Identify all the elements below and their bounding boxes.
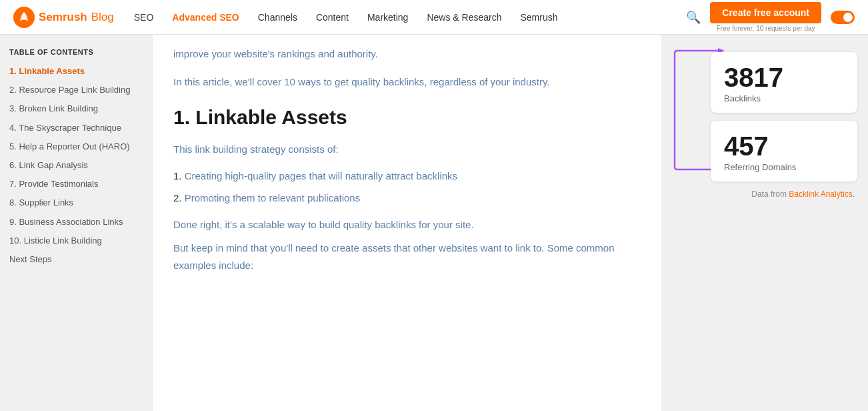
backlinks-number: 3817	[724, 64, 844, 91]
section-list: Creating high-quality pages that will na…	[173, 167, 641, 207]
list-item-1: Creating high-quality pages that will na…	[173, 167, 641, 185]
referring-domains-card: 457 Referring Domains	[711, 121, 857, 181]
section-heading: 1. Linkable Assets	[173, 106, 641, 129]
backlinks-label: Backlinks	[724, 93, 844, 103]
create-account-button[interactable]: Create free account	[710, 2, 821, 23]
nav-content[interactable]: Content	[316, 12, 349, 23]
toc-title: TABLE OF CONTENTS	[9, 48, 144, 56]
toc-item-4[interactable]: 4. The Skyscraper Technique	[9, 122, 144, 134]
domains-number: 457	[724, 133, 844, 159]
toc-item-3[interactable]: 3. Broken Link Building	[9, 103, 144, 115]
logo-suffix: Blog	[91, 11, 114, 24]
nav-seo[interactable]: SEO	[134, 12, 154, 23]
data-source: Data from Backlink Analytics.	[711, 189, 857, 199]
search-button[interactable]: 🔍	[686, 10, 701, 25]
toc-item-6[interactable]: 6. Link Gap Analysis	[9, 159, 144, 171]
backlink-analytics-link[interactable]: Backlink Analytics	[789, 189, 852, 199]
semrush-logo-icon	[13, 7, 35, 28]
toc-item-5[interactable]: 5. Help a Reporter Out (HARO)	[9, 141, 144, 153]
toc-item-10[interactable]: 10. Listicle Link Building	[9, 235, 144, 247]
data-source-suffix: .	[853, 189, 855, 199]
toc-item-2[interactable]: 2. Resource Page Link Building	[9, 84, 144, 96]
stats-container: 3817 Backlinks 457 Referring Domains Dat…	[711, 52, 857, 199]
list-item-2: Promoting them to relevant publications	[173, 189, 641, 207]
toc-item-8[interactable]: 8. Supplier Links	[9, 197, 144, 209]
theme-toggle[interactable]	[831, 11, 855, 24]
data-source-text: Data from	[751, 189, 787, 199]
nav-marketing[interactable]: Marketing	[367, 12, 408, 23]
nav-news-research[interactable]: News & Research	[427, 12, 501, 23]
toc-item-7[interactable]: 7. Provide Testimonials	[9, 178, 144, 190]
free-text: Free forever, 10 requests per day	[710, 25, 821, 32]
intro-text-1: improve your website's rankings and auth…	[173, 35, 641, 63]
nav-advanced-seo[interactable]: Advanced SEO	[172, 12, 239, 23]
logo[interactable]: Semrush Blog	[13, 7, 114, 28]
article-content: improve your website's rankings and auth…	[153, 35, 661, 411]
domains-label: Referring Domains	[724, 162, 844, 172]
toc-item-1[interactable]: 1. Linkable Assets	[9, 65, 144, 77]
main-nav: SEO Advanced SEO Channels Content Market…	[134, 12, 687, 23]
site-header: Semrush Blog SEO Advanced SEO Channels C…	[0, 0, 868, 35]
intro-text-2: In this article, we'll cover 10 ways to …	[173, 73, 641, 91]
main-layout: TABLE OF CONTENTS 1. Linkable Assets 2. …	[0, 35, 868, 411]
section-para-3: But keep in mind that you'll need to cre…	[173, 240, 641, 274]
toc-item-9[interactable]: 9. Business Association Links	[9, 216, 144, 228]
logo-brand: Semrush	[39, 11, 87, 24]
sidebar: TABLE OF CONTENTS 1. Linkable Assets 2. …	[0, 35, 153, 411]
section-para-2: Done right, it's a scalable way to build…	[173, 216, 641, 234]
right-panel: 3817 Backlinks 457 Referring Domains Dat…	[661, 35, 868, 411]
header-right: 🔍 Create free account Free forever, 10 r…	[686, 2, 855, 32]
backlinks-card: 3817 Backlinks	[711, 52, 857, 113]
nav-channels[interactable]: Channels	[258, 12, 297, 23]
toc-item-next[interactable]: Next Steps	[9, 254, 144, 266]
section-para-1: This link building strategy consists of:	[173, 141, 641, 158]
nav-semrush[interactable]: Semrush	[520, 12, 557, 23]
